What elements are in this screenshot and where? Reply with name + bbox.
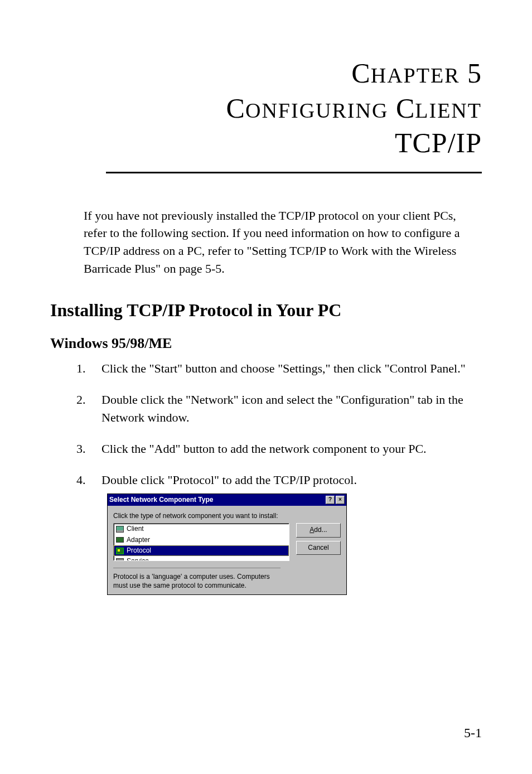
list-item-label: Adapter [127, 535, 150, 545]
dialog-title: Select Network Component Type [109, 495, 213, 505]
title-word-3: TCP/IP [395, 127, 482, 158]
intro-paragraph: If you have not previously installed the… [84, 207, 482, 278]
chapter-cap-1: C [351, 57, 370, 89]
add-button[interactable]: Add... [296, 523, 341, 537]
title-rest-1: ONFIGURING [245, 99, 388, 122]
chapter-title-line-1: CONFIGURING CLIENT [106, 91, 482, 126]
title-rest-2: LIENT [415, 99, 482, 122]
cancel-button[interactable]: Cancel [296, 541, 341, 555]
chapter-number: 5 [467, 57, 482, 89]
list-item-client[interactable]: Client [114, 524, 289, 534]
chapter-title-line-2: TCP/IP [106, 125, 482, 161]
chapter-divider [106, 172, 482, 173]
list-item: Click the "Start" button and choose "Set… [95, 360, 482, 378]
list-item-service[interactable]: Service [114, 556, 289, 561]
protocol-icon [115, 547, 124, 555]
title-cap-2: C [396, 93, 415, 124]
list-item-protocol[interactable]: Protocol [114, 545, 289, 556]
list-item-label: Protocol [127, 546, 151, 555]
adapter-icon [115, 536, 124, 544]
list-item-adapter[interactable]: Adapter [114, 535, 289, 545]
dialog-window: Select Network Component Type ? × Click … [107, 494, 347, 596]
list-item: Double click "Protocol" to add the TCP/I… [95, 471, 482, 596]
chapter-rest-1: HAPTER [371, 64, 460, 87]
page-number: 5-1 [464, 725, 482, 741]
section-heading: Installing TCP/IP Protocol in Your PC [50, 300, 482, 321]
component-listbox[interactable]: Client Adapter Protocol [113, 523, 289, 561]
chapter-label: CHAPTER 5 [106, 56, 482, 91]
list-item: Double click the "Network" icon and sele… [95, 391, 482, 427]
dialog-prompt: Click the type of network component you … [113, 511, 341, 521]
close-button[interactable]: × [336, 496, 345, 504]
list-item-label: Client [127, 524, 144, 534]
subsection-heading: Windows 95/98/ME [50, 335, 482, 352]
help-button[interactable]: ? [326, 496, 335, 504]
list-item-label: Service [127, 557, 149, 561]
instruction-list: Click the "Start" button and choose "Set… [95, 360, 482, 595]
dialog-titlebar: Select Network Component Type ? × [108, 494, 346, 506]
title-cap-1: C [226, 93, 245, 124]
dialog-description: Protocol is a 'language' a computer uses… [113, 568, 280, 590]
step-4-text: Double click "Protocol" to add the TCP/I… [101, 473, 357, 487]
monitor-icon [115, 525, 124, 533]
add-rest: dd... [314, 526, 327, 534]
list-item: Click the "Add" button to add the networ… [95, 440, 482, 458]
service-icon [115, 558, 124, 561]
chapter-title-block: CHAPTER 5 CONFIGURING CLIENT TCP/IP [106, 56, 482, 161]
